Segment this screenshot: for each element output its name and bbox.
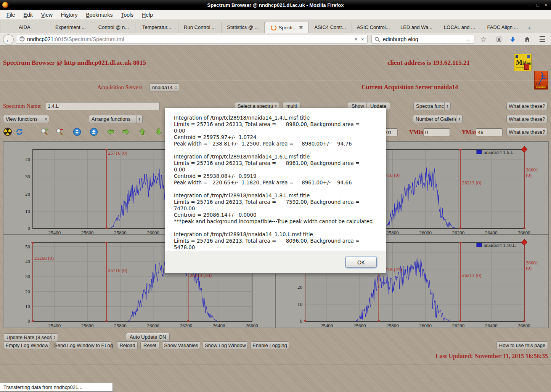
empty-log-window-button[interactable]: Empty Log Window: [4, 341, 50, 349]
tab-fadc-align-[interactable]: FADC Align ...: [481, 22, 524, 33]
current-acquisition-server: Current Acquisition Server nnaida14: [361, 84, 458, 91]
arrow-up-icon[interactable]: [138, 127, 147, 136]
what-are-these-button-1[interactable]: What are these?: [506, 102, 548, 110]
ymax-input[interactable]: [476, 128, 503, 136]
svg-text:25400: 25400: [321, 323, 333, 328]
tab-local-and-[interactable]: LOCAL and ...: [438, 22, 481, 33]
integration-block-1: Integration of /tmp/tcl28918/nnaida14_1.…: [174, 115, 382, 147]
svg-text:25600: 25600: [81, 323, 94, 328]
search-icon: [374, 37, 380, 42]
send-log-window-to-elog-button[interactable]: Send Log Window to ELog: [56, 341, 111, 349]
menu-history[interactable]: History: [58, 11, 81, 19]
svg-text:0: 0: [28, 318, 31, 324]
midas-tcl-badge: [524, 64, 529, 70]
svg-text:10: 10: [25, 208, 30, 214]
update-rate-dropdown[interactable]: Update Rate (8 secs)▲▼: [4, 333, 58, 341]
ymax-label: YMax: [462, 129, 477, 136]
close-button[interactable]: ×: [545, 2, 547, 8]
tab-close-icon[interactable]: ✖: [299, 25, 303, 30]
divider: [0, 365, 551, 366]
tab-temperatur-[interactable]: Temperatur...: [135, 22, 178, 33]
search-go-icon[interactable]: →: [465, 36, 474, 43]
maximize-button[interactable]: □: [537, 2, 539, 8]
zoom-out-icon[interactable]: [55, 127, 64, 136]
show-log-window-button[interactable]: Show Log Window: [203, 341, 248, 349]
svg-text:20: 20: [297, 284, 302, 290]
window-titlebar: Spectrum Browser @ nndhcp021.dl.ac.uk - …: [0, 0, 551, 10]
tab-statistics-[interactable]: Statistics @ ...: [222, 22, 265, 33]
url-clear-icon[interactable]: ×: [361, 36, 364, 42]
svg-text:25600: 25600: [81, 230, 94, 235]
arrow-right-icon[interactable]: [121, 127, 130, 136]
what-are-these-button-2[interactable]: What are these?: [506, 115, 548, 123]
arrange-functions-dropdown[interactable]: Arrange functions▲▼: [89, 115, 143, 123]
tab-experiment-[interactable]: Experiment ...: [49, 22, 92, 33]
arrow-left-icon[interactable]: [106, 127, 115, 136]
back-icon: ←: [6, 37, 11, 43]
tab-aida[interactable]: AIDA: [0, 22, 49, 33]
search-input[interactable]: [382, 36, 465, 43]
menu-help[interactable]: Help: [138, 11, 156, 19]
svg-text:nnaida14 1.6.L: nnaida14 1.6.L: [484, 149, 513, 155]
ymin-input[interactable]: [423, 128, 450, 136]
number-of-galleries-dropdown[interactable]: Number of Galleries▲▼: [413, 115, 463, 123]
svg-text:20: 20: [25, 289, 30, 294]
divider: [0, 97, 551, 98]
downloads-icon[interactable]: [507, 34, 518, 44]
window-controls: – □ ×: [529, 2, 551, 8]
spectra-functions-dropdown[interactable]: Spectra functions▲▼: [413, 102, 451, 110]
back-button[interactable]: ←: [3, 34, 14, 45]
url-dropdown-icon[interactable]: ▼: [354, 37, 358, 42]
search-bar[interactable]: →: [371, 35, 474, 44]
reload-button[interactable]: Reload: [117, 341, 138, 349]
reset-button[interactable]: Reset: [140, 341, 159, 349]
tab-led-and-wa-[interactable]: LED and Wa...: [395, 22, 438, 33]
collapse-vertical-icon[interactable]: [72, 127, 82, 136]
url-bar[interactable]: nndhcp021:8015/Spectrum/Spectrum.tml ▼ ×: [16, 35, 368, 44]
tab-asic4-contr-[interactable]: ASIC4 Contr...: [309, 22, 352, 33]
svg-text:26600: 26600: [518, 230, 530, 235]
expand-vertical-icon[interactable]: [89, 127, 98, 136]
bookmark-star-icon[interactable]: ☆: [478, 34, 489, 44]
svg-text:20: 20: [25, 191, 30, 197]
view-functions-dropdown[interactable]: View functions▲▼: [3, 115, 49, 123]
menu-file[interactable]: File: [3, 11, 19, 19]
tab-asic-control-[interactable]: ASIC Control...: [352, 22, 395, 33]
midas-logo[interactable]: Midas powered by: [514, 54, 532, 71]
spinner-icon: ▲▼: [444, 102, 450, 110]
refresh-icon[interactable]: [15, 127, 24, 136]
what-are-these-button-3[interactable]: What are these?: [506, 128, 548, 136]
client-address: client address is 193.62.115.21: [387, 59, 470, 67]
menu-tools[interactable]: Tools: [117, 11, 137, 19]
menu-hamburger-icon[interactable]: [537, 34, 548, 44]
tab-spectrum-active[interactable]: Spectr...✖: [265, 22, 309, 33]
tab-control-n-[interactable]: Control @ n...: [92, 22, 135, 33]
acquisition-server-select[interactable]: nnaida14▲▼: [149, 83, 179, 91]
svg-text:26600: 26600: [518, 323, 530, 328]
minimize-button[interactable]: –: [529, 2, 531, 8]
svg-text:30: 30: [25, 174, 30, 179]
log-buttons-row: Empty Log WindowSend Log Window to ELogR…: [0, 341, 551, 350]
bookmarks-sidebar-icon[interactable]: [493, 34, 504, 44]
menu-bookmarks[interactable]: Bookmarks: [82, 11, 116, 19]
enable-logging-button[interactable]: Enable Logging: [251, 341, 289, 349]
home-icon[interactable]: [522, 34, 532, 44]
zoom-in-icon[interactable]: +: [40, 127, 49, 136]
auto-update-button[interactable]: Auto Update ON: [126, 333, 170, 341]
status-bar: Transferring data from nndhcp021...: [0, 383, 113, 392]
spectrum-name-input[interactable]: [46, 102, 160, 110]
radiation-icon[interactable]: [3, 127, 12, 136]
menu-bar: FileEditViewHistoryBookmarksToolsHelp: [0, 10, 551, 20]
midas-emblem-right: [527, 55, 530, 58]
menu-edit[interactable]: Edit: [20, 11, 36, 19]
svg-text:(0): (0): [526, 265, 532, 271]
show-variables-button[interactable]: Show Variables: [162, 341, 200, 349]
new-tab-button[interactable]: +: [524, 23, 534, 32]
svg-text:10: 10: [297, 301, 302, 307]
menu-view[interactable]: View: [38, 11, 56, 19]
spinner-icon: ▲▼: [456, 115, 462, 123]
ok-button[interactable]: OK: [345, 257, 377, 268]
arrow-down-icon[interactable]: [154, 127, 163, 136]
tab-run-control-[interactable]: Run Control ...: [178, 22, 222, 33]
how-to-use-button[interactable]: How to use this page: [496, 341, 548, 349]
